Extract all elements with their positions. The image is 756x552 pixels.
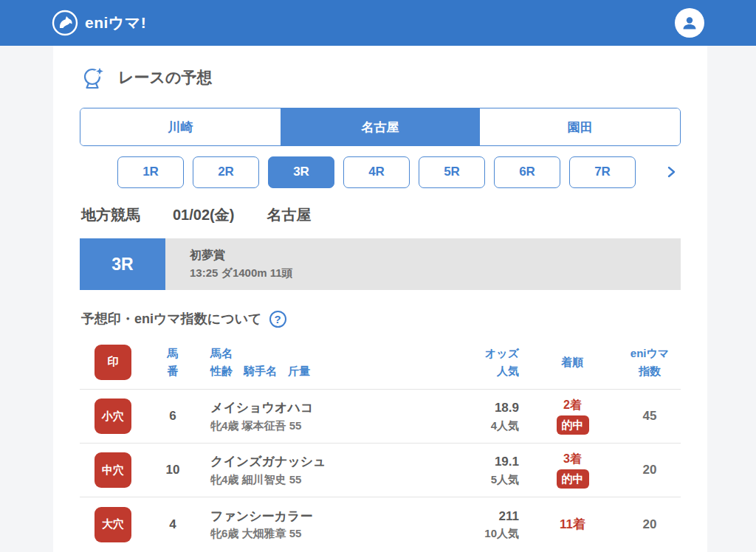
section-heading: レースの予想 <box>80 65 681 90</box>
mark-badge: 小穴 <box>94 399 131 434</box>
hit-badge: 的中 <box>557 469 589 489</box>
race-tab-7r[interactable]: 7R <box>569 156 636 188</box>
race-date: 01/02(金) <box>173 205 234 225</box>
race-tab-1r[interactable]: 1R <box>117 156 184 188</box>
eniuma-index: 45 <box>619 409 681 424</box>
horse-logo-icon <box>52 10 78 36</box>
header-odds: オッズ 人気 <box>427 345 526 379</box>
eniuma-index: 20 <box>619 517 681 532</box>
odds-value: 211 <box>427 507 519 526</box>
horse-detail: 牝4歳 塚本征吾 55 <box>210 418 427 435</box>
horse-number: 4 <box>146 517 199 532</box>
table-header-row: 印 馬 番 馬名 性齢 騎手名 斤量 オッズ 人気 着順 eniウマ 指数 <box>80 335 681 390</box>
race-tab-bar: 1R 2R 3R 4R 5R 6R 7R <box>80 156 681 188</box>
result-cell: 2着 的中 <box>526 398 619 435</box>
race-tab-6r[interactable]: 6R <box>494 156 560 188</box>
table-row[interactable]: 大穴 4 ファンシーカラー 牝6歳 大畑雅章 55 211 10人気 11着 2… <box>80 497 681 551</box>
popularity: 10人気 <box>427 525 519 542</box>
race-category: 地方競馬 <box>81 205 140 225</box>
result-cell: 3着 的中 <box>526 452 619 489</box>
logo-text: eniウマ! <box>85 13 146 33</box>
track-tab-sonoda[interactable]: 園田 <box>480 108 680 145</box>
race-track: 名古屋 <box>267 205 311 225</box>
app-logo[interactable]: eniウマ! <box>52 10 146 36</box>
race-info-body: 初夢賞 13:25 ダ1400m 11頭 <box>165 238 681 290</box>
race-tab-5r[interactable]: 5R <box>419 156 485 188</box>
result-cell: 11着 <box>526 516 619 533</box>
mark-badge: 中穴 <box>94 452 131 488</box>
user-icon <box>681 14 698 32</box>
race-tab-3r[interactable]: 3R <box>268 156 334 188</box>
race-name: 初夢賞 <box>190 248 681 263</box>
app-header: eniウマ! <box>0 0 756 46</box>
horse-name: メイショウオハコ <box>210 399 427 418</box>
odds-cell: 211 10人気 <box>427 507 526 542</box>
header-result: 着順 <box>526 353 619 370</box>
horse-name: クインズガナッシュ <box>210 452 427 472</box>
popularity: 5人気 <box>427 472 519 489</box>
hit-badge: 的中 <box>557 415 589 435</box>
eniuma-index: 20 <box>619 463 681 477</box>
odds-cell: 18.9 4人気 <box>427 399 526 434</box>
track-tab-nagoya[interactable]: 名古屋 <box>281 108 481 145</box>
header-mark: 印 <box>80 345 146 380</box>
mark-header-badge: 印 <box>94 345 131 380</box>
horse-detail: 牝6歳 大畑雅章 55 <box>210 525 427 542</box>
result-rank: 2着 <box>563 398 582 413</box>
horse-name: ファンシーカラー <box>210 507 427 526</box>
header-index: eniウマ 指数 <box>619 345 681 379</box>
horse-name-cell: メイショウオハコ 牝4歳 塚本征吾 55 <box>199 399 427 434</box>
user-account-button[interactable] <box>675 8 704 38</box>
result-rank: 11着 <box>560 516 585 533</box>
track-tab-bar: 川崎 名古屋 園田 <box>80 108 681 146</box>
race-tab-4r[interactable]: 4R <box>343 156 410 188</box>
horse-name-cell: クインズガナッシュ 牝4歳 細川智史 55 <box>199 452 427 488</box>
page-title: レースの予想 <box>118 67 212 88</box>
table-row[interactable]: 中穴 10 クインズガナッシュ 牝4歳 細川智史 55 19.1 5人気 3着 … <box>80 444 681 497</box>
mark-badge: 大穴 <box>94 507 131 542</box>
main-content: レースの予想 川崎 名古屋 園田 1R 2R 3R 4R 5R 6R 7R 地方… <box>53 46 707 552</box>
table-row[interactable]: 小穴 6 メイショウオハコ 牝4歳 塚本征吾 55 18.9 4人気 2着 的中… <box>80 390 681 444</box>
horse-number: 10 <box>146 463 199 477</box>
header-horse-name: 馬名 性齢 騎手名 斤量 <box>199 345 427 379</box>
result-rank: 3着 <box>563 452 582 467</box>
horse-number: 6 <box>146 409 199 424</box>
horse-detail: 牝4歳 細川智史 55 <box>210 472 427 489</box>
odds-cell: 19.1 5人気 <box>427 452 526 488</box>
horse-name-cell: ファンシーカラー 牝6歳 大畑雅章 55 <box>199 507 427 542</box>
track-tab-kawasaki[interactable]: 川崎 <box>80 108 281 145</box>
popularity: 4人気 <box>427 418 519 435</box>
race-tabs-next-button[interactable] <box>662 162 681 182</box>
about-label: 予想印・eniウマ指数について <box>81 310 262 328</box>
odds-value: 19.1 <box>427 452 519 472</box>
crystal-ball-icon <box>81 65 106 90</box>
help-icon[interactable]: ? <box>269 311 286 328</box>
race-details: 13:25 ダ1400m 11頭 <box>190 266 681 280</box>
header-horse-number: 馬 番 <box>146 345 199 379</box>
odds-value: 18.9 <box>427 399 519 418</box>
chevron-right-icon <box>664 165 678 179</box>
race-tab-2r[interactable]: 2R <box>193 156 259 188</box>
race-number-badge: 3R <box>80 238 165 290</box>
race-meta-line: 地方競馬 01/02(金) 名古屋 <box>80 205 681 225</box>
about-line: 予想印・eniウマ指数について ? <box>80 310 681 328</box>
prediction-table: 印 馬 番 馬名 性齢 騎手名 斤量 オッズ 人気 着順 eniウマ 指数 小穴 <box>80 335 681 551</box>
race-info-bar: 3R 初夢賞 13:25 ダ1400m 11頭 <box>80 238 681 290</box>
